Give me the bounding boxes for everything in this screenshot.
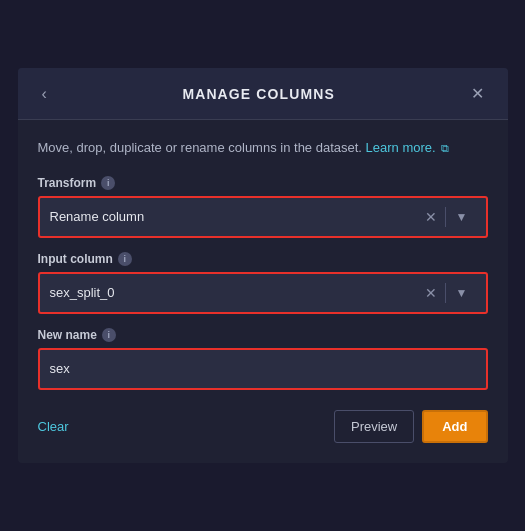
input-column-dropdown-btn[interactable]: ▼ (448, 286, 476, 300)
input-column-select[interactable]: sex_split_0 ✕ ▼ (38, 272, 488, 314)
new-name-group: New name i (38, 328, 488, 390)
external-link-icon: ⧉ (441, 140, 449, 157)
transform-dropdown-btn[interactable]: ▼ (448, 210, 476, 224)
modal-title: MANAGE COLUMNS (53, 86, 465, 102)
preview-button[interactable]: Preview (334, 410, 414, 443)
input-column-selected-value: sex_split_0 (50, 285, 419, 300)
modal-body: Move, drop, duplicate or rename columns … (18, 120, 508, 463)
learn-more-link[interactable]: Learn more. ⧉ (366, 140, 450, 155)
transform-group: Transform i Rename column ✕ ▼ (38, 176, 488, 238)
back-icon: ‹ (42, 85, 47, 103)
input-column-info-icon: i (118, 252, 132, 266)
transform-info-icon: i (101, 176, 115, 190)
input-column-label: Input column i (38, 252, 488, 266)
new-name-info-icon: i (102, 328, 116, 342)
transform-clear-btn[interactable]: ✕ (419, 209, 443, 225)
transform-label: Transform i (38, 176, 488, 190)
footer-actions: Clear Preview Add (38, 410, 488, 443)
new-name-label: New name i (38, 328, 488, 342)
new-name-input-wrapper (38, 348, 488, 390)
transform-selected-value: Rename column (50, 209, 419, 224)
description-text: Move, drop, duplicate or rename columns … (38, 138, 488, 158)
add-button[interactable]: Add (422, 410, 487, 443)
transform-select[interactable]: Rename column ✕ ▼ (38, 196, 488, 238)
input-column-select-display[interactable]: sex_split_0 ✕ ▼ (40, 274, 486, 312)
input-column-group: Input column i sex_split_0 ✕ ▼ (38, 252, 488, 314)
transform-select-divider (445, 207, 446, 227)
back-button[interactable]: ‹ (36, 83, 53, 105)
close-icon: ✕ (471, 84, 484, 103)
close-button[interactable]: ✕ (465, 82, 490, 105)
action-buttons: Preview Add (334, 410, 488, 443)
manage-columns-modal: ‹ MANAGE COLUMNS ✕ Move, drop, duplicate… (18, 68, 508, 463)
input-column-clear-btn[interactable]: ✕ (419, 285, 443, 301)
modal-header: ‹ MANAGE COLUMNS ✕ (18, 68, 508, 120)
input-column-select-divider (445, 283, 446, 303)
new-name-input[interactable] (40, 350, 486, 388)
clear-button[interactable]: Clear (38, 419, 69, 434)
transform-select-display[interactable]: Rename column ✕ ▼ (40, 198, 486, 236)
